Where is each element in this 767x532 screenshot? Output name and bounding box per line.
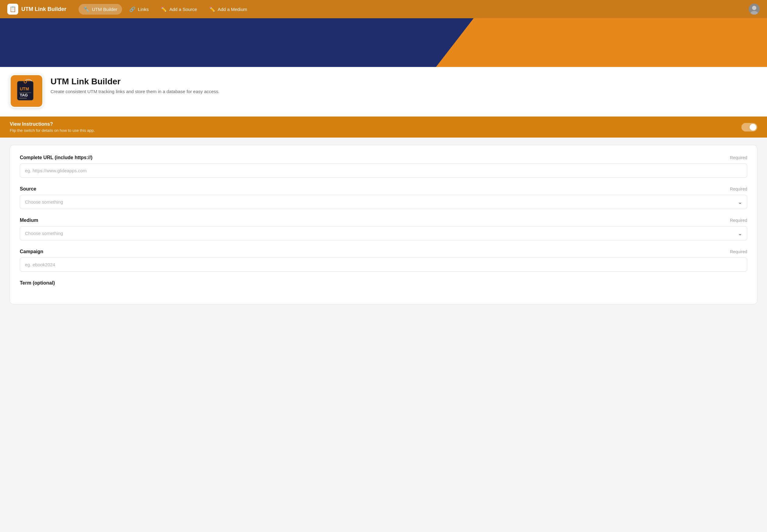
campaign-form-group: Campaign Required [20, 249, 747, 272]
instructions-text: View Instructions? Flip the switch for d… [10, 121, 95, 133]
instructions-banner: View Instructions? Flip the switch for d… [0, 117, 767, 138]
form-card: Complete URL (include https://) Required… [10, 145, 757, 304]
campaign-required: Required [730, 249, 747, 254]
add-source-icon: ✏️ [161, 6, 167, 12]
medium-required: Required [730, 218, 747, 223]
source-form-group: Source Required Choose something ⌄ [20, 186, 747, 209]
add-medium-icon: ✏️ [209, 6, 215, 12]
nav-tab-utm-builder-label: UTM Builder [92, 7, 117, 12]
medium-label: Medium [20, 218, 38, 223]
medium-label-row: Medium Required [20, 218, 747, 223]
brand-label: UTM Link Builder [21, 6, 66, 12]
instructions-subtext: Flip the switch for details on how to us… [10, 128, 95, 133]
url-required: Required [730, 155, 747, 160]
svg-rect-8 [19, 92, 31, 93]
nav-tab-add-source-label: Add a Source [169, 7, 197, 12]
nav-brand: 📋 UTM Link Builder [7, 4, 66, 15]
utm-builder-icon: 🔧 [83, 6, 89, 12]
nav-tab-links[interactable]: 🔗 Links [124, 4, 153, 15]
user-avatar[interactable] [749, 4, 760, 15]
url-label: Complete URL (include https://) [20, 155, 93, 160]
term-form-group: Term (optional) [20, 280, 747, 286]
medium-select-wrapper: Choose something ⌄ [20, 226, 747, 240]
app-logo: UTM TAG [10, 74, 43, 108]
links-icon: 🔗 [129, 6, 135, 12]
url-input[interactable] [20, 163, 747, 178]
toggle-slider [741, 123, 757, 131]
source-label-row: Source Required [20, 186, 747, 192]
instructions-toggle[interactable] [741, 123, 757, 131]
url-form-group: Complete URL (include https://) Required [20, 155, 747, 178]
nav-tab-utm-builder[interactable]: 🔧 UTM Builder [79, 4, 122, 15]
nav-tab-links-label: Links [138, 7, 149, 12]
nav-tab-add-medium-label: Add a Medium [218, 7, 247, 12]
source-select-wrapper: Choose something ⌄ [20, 195, 747, 209]
campaign-input[interactable] [20, 257, 747, 272]
svg-text:UTM: UTM [20, 86, 29, 91]
campaign-label-row: Campaign Required [20, 249, 747, 254]
campaign-label: Campaign [20, 249, 43, 254]
url-label-row: Complete URL (include https://) Required [20, 155, 747, 160]
term-label: Term (optional) [20, 280, 55, 286]
main-content: Complete URL (include https://) Required… [0, 138, 767, 312]
nav-tab-add-medium[interactable]: ✏️ Add a Medium [204, 4, 252, 15]
medium-form-group: Medium Required Choose something ⌄ [20, 218, 747, 240]
app-header-text: UTM Link Builder Create consistent UTM t… [51, 74, 219, 94]
brand-icon: 📋 [7, 4, 18, 15]
svg-point-5 [24, 81, 26, 83]
medium-select[interactable]: Choose something [20, 226, 747, 240]
source-select[interactable]: Choose something [20, 195, 747, 209]
app-header-card: UTM TAG UTM Link Builder Create consiste… [0, 67, 767, 117]
instructions-heading: View Instructions? [10, 121, 95, 127]
svg-rect-9 [19, 98, 27, 99]
source-label: Source [20, 186, 36, 192]
navbar: 📋 UTM Link Builder 🔧 UTM Builder 🔗 Links… [0, 0, 767, 18]
app-title: UTM Link Builder [51, 77, 219, 86]
svg-point-1 [752, 6, 756, 10]
nav-tabs: 🔧 UTM Builder 🔗 Links ✏️ Add a Source ✏️… [79, 4, 744, 15]
nav-tab-add-source[interactable]: ✏️ Add a Source [156, 4, 202, 15]
source-required: Required [730, 187, 747, 191]
term-label-row: Term (optional) [20, 280, 747, 286]
svg-text:TAG: TAG [20, 93, 28, 97]
app-description: Create consistent UTM tracking links and… [51, 89, 219, 94]
